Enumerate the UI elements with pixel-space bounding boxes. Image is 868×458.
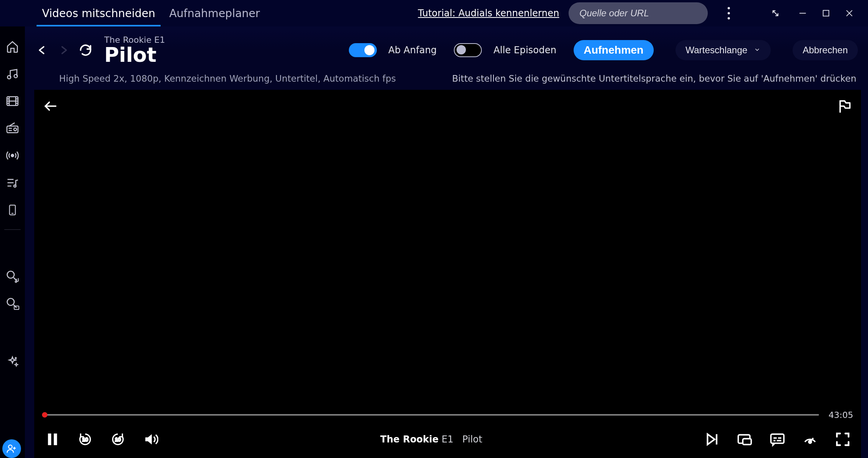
rewind-10-button[interactable]: 10 (75, 430, 95, 449)
fullscreen-button[interactable] (833, 430, 852, 449)
pause-button[interactable] (43, 430, 62, 449)
window-close-button[interactable] (838, 2, 861, 25)
queue-button[interactable]: Warteschlange (676, 40, 771, 60)
content-area: The Rookie E1 Pilot Ab Anfang Alle Episo… (25, 26, 868, 458)
top-bar: Videos mitschneiden Aufnahmeplaner Tutor… (0, 0, 868, 26)
reload-button[interactable] (79, 43, 93, 57)
top-tabs: Videos mitschneiden Aufnahmeplaner (42, 0, 260, 26)
speed-button[interactable] (800, 430, 820, 449)
svg-point-29 (7, 271, 14, 278)
svg-point-32 (7, 299, 14, 306)
settings-subline: High Speed 2x, 1080p, Kennzeichnen Werbu… (25, 67, 868, 90)
forward-10-button[interactable]: 10 (108, 430, 128, 449)
app-menu-button[interactable] (717, 2, 740, 25)
toggle-all-episodes-label: Alle Episoden (494, 45, 556, 56)
total-time: 43:05 (826, 410, 853, 420)
page-title: Pilot (104, 45, 165, 65)
video-canvas[interactable] (34, 90, 861, 409)
progress-row: 43:05 (34, 409, 861, 421)
video-search-icon[interactable] (5, 296, 20, 311)
ai-enhance-icon[interactable] (5, 354, 20, 370)
now-playing-show: The Rookie (380, 434, 439, 445)
toggle-all-episodes[interactable] (454, 43, 482, 57)
svg-point-18 (14, 128, 17, 131)
window-maximize-button[interactable] (814, 2, 838, 25)
video-icon[interactable] (5, 93, 20, 109)
svg-point-37 (9, 445, 12, 449)
svg-text:10: 10 (82, 437, 88, 442)
player-flag-icon[interactable] (835, 97, 854, 115)
mobile-icon[interactable] (5, 202, 20, 218)
nav-forward-button (57, 43, 71, 57)
volume-button[interactable] (141, 430, 160, 449)
svg-point-8 (14, 74, 18, 78)
tab-scheduler[interactable]: Aufnahmeplaner (169, 0, 260, 26)
toggle-from-beginning-label: Ab Anfang (388, 45, 437, 56)
queue-button-label: Warteschlange (686, 45, 747, 56)
player-controls: 10 10 The Rookie E1 Pilot (34, 421, 861, 458)
svg-text:10: 10 (115, 437, 121, 442)
expand-icon[interactable] (764, 2, 787, 25)
svg-point-1 (728, 12, 730, 14)
pip-button[interactable] (735, 430, 754, 449)
tutorial-link[interactable]: Tutorial: Audials kennenlernen (418, 8, 559, 19)
player-back-arrow-icon[interactable] (41, 97, 60, 115)
record-button[interactable]: Aufnehmen (574, 40, 654, 60)
now-playing-title: Pilot (462, 434, 482, 445)
now-playing-episode: E1 (441, 434, 453, 445)
cancel-button[interactable]: Abbrechen (793, 40, 858, 60)
svg-rect-42 (48, 434, 51, 445)
home-icon[interactable] (5, 39, 20, 54)
seek-thumb[interactable] (42, 412, 47, 418)
recording-settings-summary: High Speed 2x, 1080p, Kennzeichnen Werbu… (59, 73, 396, 84)
subtitle-hint: Bitte stellen Sie die gewünschte Unterti… (452, 73, 856, 84)
page-header: The Rookie E1 Pilot Ab Anfang Alle Episo… (25, 26, 868, 67)
now-playing: The Rookie E1 Pilot (173, 434, 689, 445)
svg-rect-43 (54, 434, 57, 445)
svg-line-30 (14, 278, 17, 281)
left-sidebar (0, 26, 25, 458)
toggle-from-beginning[interactable] (349, 43, 377, 57)
window-minimize-button[interactable] (791, 2, 814, 25)
svg-rect-4 (823, 10, 829, 16)
svg-point-22 (11, 154, 14, 157)
seek-bar[interactable] (42, 414, 819, 416)
svg-rect-49 (771, 434, 784, 443)
subtitles-button[interactable] (768, 430, 787, 449)
svg-point-26 (14, 185, 16, 187)
svg-point-0 (728, 7, 730, 9)
radio-icon[interactable] (5, 121, 20, 136)
sidebar-divider (4, 229, 21, 230)
music-search-icon[interactable] (5, 269, 20, 284)
chevron-down-icon (754, 46, 761, 54)
next-button[interactable] (702, 430, 722, 449)
svg-point-7 (7, 75, 11, 79)
music-icon[interactable] (5, 66, 20, 82)
svg-point-31 (15, 281, 17, 283)
svg-rect-48 (743, 439, 751, 444)
svg-point-2 (728, 17, 730, 19)
podcast-icon[interactable] (5, 148, 20, 163)
playlist-icon[interactable] (5, 175, 20, 191)
tab-record-videos[interactable]: Videos mitschneiden (42, 0, 155, 26)
title-block: The Rookie E1 Pilot (104, 35, 165, 65)
source-url-input[interactable] (569, 2, 708, 24)
video-player: 43:05 10 10 The Rookie E1 (34, 90, 861, 458)
nav-back-button[interactable] (35, 43, 49, 57)
user-account-icon[interactable] (2, 439, 21, 458)
